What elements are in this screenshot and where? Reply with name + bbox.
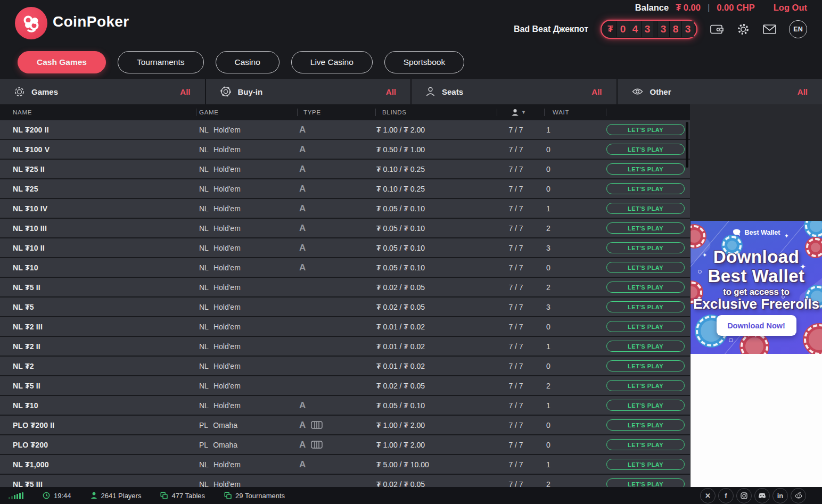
settings-gear-icon[interactable] [736,22,750,36]
tab-live-casino[interactable]: Live Casino [291,51,373,73]
lets-play-button[interactable]: LET'S PLAY [606,400,685,411]
lets-play-button[interactable]: LET'S PLAY [606,478,685,487]
filter-bar: GamesAllBuy-inAllSeatsAllOtherAll [0,79,822,104]
row-wait: 0 [535,258,562,277]
table-header: NAME GAME TYPE BLINDS ▼ WAIT [0,104,690,120]
table-row[interactable]: NL ₮2 III NLHold'em ₮ 0.01 / ₮ 0.02 7 / … [0,317,690,336]
column-wait[interactable]: WAIT [553,104,569,120]
chp-balance-value: 0.00 CHP [717,3,755,13]
lets-play-button[interactable]: LET'S PLAY [606,144,685,155]
row-blinds: ₮ 0.02 / ₮ 0.05 [376,278,425,296]
lets-play-button[interactable]: LET'S PLAY [606,419,685,431]
table-row[interactable]: NL ₮5 NLHold'em ₮ 0.02 / ₮ 0.05 7 / 7 3 … [0,298,690,316]
table-row[interactable]: NL ₮5 II NLHold'em ₮ 0.02 / ₮ 0.05 7 / 7… [0,278,690,296]
table-row[interactable]: NL ₮10 III NLHold'em A ₮ 0.05 / ₮ 0.10 7… [0,219,690,237]
filter-value[interactable]: All [386,87,396,96]
x-icon[interactable]: ✕ [700,488,716,503]
column-players-sort[interactable]: ▼ [511,104,527,120]
table-row[interactable]: NL ₮2 II NLHold'em ₮ 0.01 / ₮ 0.02 7 / 7… [0,337,690,356]
table-row[interactable]: NL ₮5 II NLHold'em ₮ 0.02 / ₮ 0.05 7 / 7… [0,376,690,395]
row-name: NL ₮5 II [13,278,40,296]
tab-casino[interactable]: Casino [216,51,280,73]
filter-label: Buy-in [238,87,263,96]
column-name[interactable]: NAME [13,104,32,120]
filter-seats[interactable]: SeatsAll [412,79,616,104]
vertical-scrollbar[interactable] [686,122,688,168]
row-wait: 0 [535,179,562,198]
row-wait: 2 [535,219,562,237]
linkedin-icon[interactable]: in [772,488,788,503]
table-row[interactable]: NL ₮10 NLHold'em A ₮ 0.05 / ₮ 0.10 7 / 7… [0,258,690,277]
table-row[interactable]: NL ₮25 NLHold'em A ₮ 0.10 / ₮ 0.25 7 / 7… [0,179,690,198]
table-row[interactable]: NL ₮25 II NLHold'em A ₮ 0.10 / ₮ 0.25 7 … [0,160,690,178]
right-panel-spacer [690,104,822,221]
cash-games-table: NAME GAME TYPE BLINDS ▼ WAIT NL ₮200 II … [0,104,690,487]
lets-play-button[interactable]: LET'S PLAY [606,459,685,470]
best-wallet-ad-banner[interactable]: ✦ ✦ ✦ ✦ ✦ Best Wallet Download Best Wall… [691,221,822,354]
brand-title: CoinPoker [53,13,129,30]
player-icon [511,109,519,117]
lets-play-button[interactable]: LET'S PLAY [606,163,685,175]
row-type: A [299,238,306,257]
lets-play-button[interactable]: LET'S PLAY [606,301,685,312]
column-game[interactable]: GAME [199,104,219,120]
lets-play-button[interactable]: LET'S PLAY [606,203,685,214]
tab-sportsbook[interactable]: Sportsbook [384,51,464,73]
lets-play-button[interactable]: LET'S PLAY [606,439,685,450]
filter-value[interactable]: All [798,87,808,96]
filter-other[interactable]: OtherAll [618,79,822,104]
bad-beat-jackpot-counter[interactable]: ₮043383 [601,20,697,39]
table-row[interactable]: NL ₮200 II NLHold'em A ₮ 1.00 / ₮ 2.00 7… [0,120,690,139]
lets-play-button[interactable]: LET'S PLAY [606,183,685,194]
top-bar: CoinPoker Balance ₮ 0.00 | 0.00 CHP Log … [0,0,822,47]
lets-play-button[interactable]: LET'S PLAY [606,124,685,135]
tab-cash-games[interactable]: Cash Games [18,51,106,73]
table-row[interactable]: NL ₮100 V NLHold'em A ₮ 0.50 / ₮ 1.00 7 … [0,140,690,159]
table-row[interactable]: NL ₮10 IV NLHold'em A ₮ 0.05 / ₮ 0.10 7 … [0,199,690,218]
instagram-icon[interactable] [736,488,752,503]
language-selector[interactable]: EN [789,20,807,38]
row-name: NL ₮2 [13,357,34,375]
table-row[interactable]: NL ₮2 NLHold'em ₮ 0.01 / ₮ 0.02 7 / 7 0 … [0,357,690,375]
facebook-icon[interactable]: f [718,488,734,503]
filter-buyin[interactable]: Buy-inAll [206,79,411,104]
logout-button[interactable]: Log Out [774,3,807,13]
coinpoker-logo-icon[interactable] [15,7,47,39]
row-name: NL ₮5 II [13,376,40,395]
table-row[interactable]: NL ₮10 NLHold'em A ₮ 0.05 / ₮ 0.10 7 / 7… [0,396,690,415]
table-row[interactable]: PLO ₮200 II PLOmaha A ₮ 1.00 / ₮ 2.00 7 … [0,416,690,434]
lets-play-button[interactable]: LET'S PLAY [606,360,685,371]
row-type: A [299,455,306,474]
column-type[interactable]: TYPE [303,104,321,120]
discord-icon[interactable] [754,488,770,503]
lets-play-button[interactable]: LET'S PLAY [606,341,685,352]
tab-tournaments[interactable]: Tournaments [118,51,204,73]
filter-value[interactable]: All [180,87,190,96]
tournaments-icon [224,492,232,499]
wallet-icon[interactable] [710,23,724,36]
row-game: NLHold'em [199,317,241,336]
lets-play-button[interactable]: LET'S PLAY [606,262,685,273]
table-row[interactable]: NL ₮1,000 NLHold'em A ₮ 5.00 / ₮ 10.00 7… [0,455,690,474]
lets-play-button[interactable]: LET'S PLAY [606,242,685,253]
row-players: 7 / 7 [500,337,532,356]
lets-play-button[interactable]: LET'S PLAY [606,282,685,293]
status-time: 19:44 [43,492,71,500]
row-game: NLHold'em [199,179,241,198]
reddit-icon[interactable] [791,488,806,503]
table-row[interactable]: NL ₮5 III NLHold'em ₮ 0.02 / ₮ 0.05 7 / … [0,475,690,487]
table-row[interactable]: NL ₮10 II NLHold'em A ₮ 0.05 / ₮ 0.10 7 … [0,238,690,257]
jackpot-digit: 8 [669,21,681,37]
row-game: NLHold'em [199,475,241,487]
lets-play-button[interactable]: LET'S PLAY [606,380,685,391]
lets-play-button[interactable]: LET'S PLAY [606,321,685,332]
filter-value[interactable]: All [591,87,602,96]
download-now-button[interactable]: Download Now! [717,315,796,336]
row-blinds: ₮ 0.05 / ₮ 0.10 [376,258,425,277]
row-wait: 1 [535,455,562,474]
lets-play-button[interactable]: LET'S PLAY [606,222,685,234]
filter-games[interactable]: GamesAll [0,79,205,104]
mail-icon[interactable] [762,23,777,35]
table-row[interactable]: PLO ₮200 PLOmaha A ₮ 1.00 / ₮ 2.00 7 / 7… [0,435,690,454]
column-blinds[interactable]: BLINDS [382,104,407,120]
